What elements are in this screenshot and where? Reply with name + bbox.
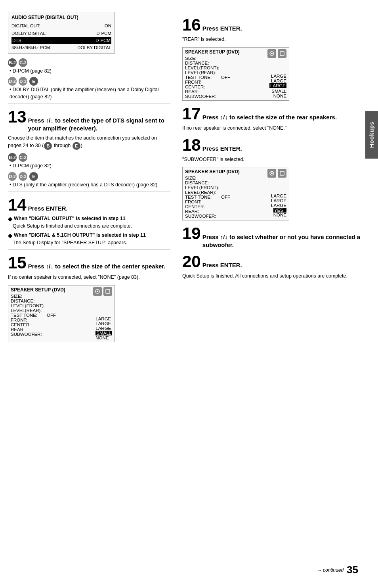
step19-heading: 19 Press ↑/↓ to select whether or not yo…: [182, 225, 370, 249]
badge-row-d2-d3-e-13: D-2 D-3 E: [8, 172, 170, 181]
step17-title: Press ↑/↓ to select the size of the rear…: [202, 113, 370, 121]
badge-b2-top: B-2: [8, 58, 17, 67]
page-number: 35: [347, 564, 358, 576]
sidebar-hookups-label: Hookups: [365, 111, 378, 159]
step14-sub2-title: When "DIGITAL & 5.1CH OUTPUT" is selecte…: [14, 232, 146, 238]
bullet-dts-13: • DTS (only if the amplifier (receiver) …: [10, 182, 170, 189]
step14-sub1-bullet: Quick Setup is finished and connections …: [13, 223, 170, 230]
sp18-icon2: [278, 169, 286, 178]
sp15-values: LARGE LARGE LARGE SMALL NONE: [95, 316, 112, 340]
sp15-subwoofer: SUBWOOFER:: [11, 332, 65, 337]
step19-title: Press ↑/↓ to select whether or not you h…: [202, 233, 370, 249]
sp15-icon2: [103, 287, 112, 296]
badge-c2-top: C-2: [19, 58, 27, 67]
sp18-yes-selected: YES: [273, 208, 286, 213]
step17-body: If no rear speaker is connected, select …: [182, 124, 370, 132]
sp15-front: FRONT:: [11, 318, 65, 322]
bullet-dpcm-13: • D-PCM (page 82): [10, 163, 170, 170]
step13-badge-e: E: [73, 142, 80, 150]
speaker-box-18: SPEAKER SETUP (DVD) SIZE: DISTANCE: LEVE…: [182, 167, 289, 220]
step13-heading: 13 Press ↑/↓ to select the type of DTS s…: [8, 109, 170, 132]
pcm-value: DOLBY DIGITAL: [77, 44, 111, 51]
sp15-test-tone: TEST TONE:OFF: [11, 313, 65, 318]
audio-setup-title: AUDIO SETUP (DIGITAL OUT): [11, 14, 111, 21]
svg-rect-2: [106, 289, 110, 293]
step13-title: Press ↑/↓ to select the type of DTS sign…: [28, 117, 170, 132]
svg-point-1: [97, 291, 98, 292]
sp16-icon1: [267, 49, 276, 58]
dolby-digital-value: D-PCM: [96, 30, 111, 37]
step14-sub2-bullet: The Setup Display for "SPEAKER SETUP" ap…: [13, 239, 170, 247]
step16-body: "REAR" is selected.: [182, 36, 370, 43]
sp15-rear: REAR:: [11, 327, 65, 332]
step16-title: Press ENTER.: [202, 25, 370, 33]
sp18-center: CENTER:: [185, 204, 240, 209]
sp18-none: NONE: [273, 213, 286, 217]
sp18-icon1: [267, 169, 276, 178]
sp16-size: SIZE:: [185, 56, 240, 61]
dolby-digital-label: DOLBY DIGITAL:: [11, 30, 47, 37]
sp18-front: FRONT:: [185, 199, 240, 204]
sp18-values: LARGE LARGE LARGE YES NONE: [271, 193, 286, 217]
badge-e-13: E: [29, 172, 38, 181]
sp16-front: FRONT:: [185, 80, 240, 84]
page-footer: → continued 35: [317, 564, 358, 576]
continued-text: → continued: [317, 567, 344, 573]
step16-heading: 16 Press ENTER.: [182, 17, 370, 33]
speaker-box-15-title: SPEAKER SETUP (DVD): [11, 287, 65, 293]
audio-setup-box: AUDIO SETUP (DIGITAL OUT) DIGITAL OUT: O…: [8, 12, 115, 54]
digital-out-row: DIGITAL OUT: ON: [11, 22, 111, 29]
step20-number: 20: [182, 253, 201, 270]
step14-title: Press ENTER.: [28, 205, 170, 213]
sp18-test-tone: TEST TONE:OFF: [185, 195, 240, 199]
step15-title: Press ↑/↓ to select the size of the cent…: [28, 262, 170, 270]
badge-e-top: E: [29, 77, 38, 86]
svg-rect-8: [280, 171, 284, 175]
dolby-digital-row: DOLBY DIGITAL: D-PCM: [11, 30, 111, 37]
sp15-distance: DISTANCE:: [11, 299, 65, 303]
badge-d3-13: D-3: [19, 172, 27, 181]
step14-sub1-title: When "DIGITAL OUTPUT" is selected in ste…: [14, 216, 126, 221]
sp15-none: NONE: [95, 335, 112, 340]
step17-number: 17: [182, 105, 201, 122]
sp15-level-front: LEVEL(FRONT):: [11, 303, 65, 308]
sp15-size: SIZE:: [11, 294, 65, 299]
diamond-icon-1: ◆: [8, 216, 12, 222]
sp18-rear: REAR:: [185, 209, 240, 214]
badge-d2-top: D-2: [8, 77, 17, 86]
step15-number: 15: [8, 255, 27, 271]
badge-row-d2-d3-e-top: D-2 D-3 E: [8, 77, 170, 86]
badge-row-b2-c2-13: B-2 C-2: [8, 153, 170, 162]
step17-heading: 17 Press ↑/↓ to select the size of the r…: [182, 105, 370, 122]
pcm-row: 48kHz/96kHz PCM: DOLBY DIGITAL: [11, 44, 111, 51]
step18-title: Press ENTER.: [202, 145, 370, 153]
left-column: AUDIO SETUP (DIGITAL OUT) DIGITAL OUT: O…: [8, 12, 178, 572]
step13-badge-b: B: [44, 142, 52, 150]
sp16-values: LARGE LARGE LARGE SMALL NONE: [269, 74, 286, 98]
sp16-icon2: [278, 49, 286, 58]
step13-number: 13: [8, 109, 27, 125]
badge-c2-13: C-2: [19, 153, 27, 162]
step20-heading: 20 Press ENTER.: [182, 253, 370, 270]
speaker-box-18-title: SPEAKER SETUP (DVD): [185, 169, 240, 174]
sp15-level-rear: LEVEL(REAR):: [11, 308, 65, 313]
pcm-label: 48kHz/96kHz PCM:: [11, 44, 51, 51]
sp16-rear: REAR:: [185, 89, 240, 94]
step13-through: through: [54, 143, 71, 148]
speaker-box-16-title: SPEAKER SETUP (DVD): [185, 49, 240, 55]
step14-sub1: ◆ When "DIGITAL OUTPUT" is selected in s…: [8, 216, 170, 222]
step14-number: 14: [8, 197, 27, 213]
badge-row-b2-c2-top: B-2 C-2: [8, 58, 170, 67]
step20-body: Quick Setup is finished. All connections…: [182, 272, 370, 280]
sp15-small-selected: SMALL: [95, 331, 112, 335]
step18-number: 18: [182, 137, 201, 153]
badge-b2-13: B-2: [8, 153, 17, 162]
divider-3: [8, 249, 170, 250]
sp16-distance: DISTANCE:: [185, 61, 240, 65]
sp16-level-rear: LEVEL(REAR):: [185, 70, 240, 75]
sp16-test-tone: TEST TONE:OFF: [185, 75, 240, 80]
sp18-distance: DISTANCE:: [185, 180, 240, 185]
digital-out-label: DIGITAL OUT:: [11, 22, 40, 29]
divider-2: [8, 192, 170, 192]
svg-point-7: [271, 172, 273, 174]
